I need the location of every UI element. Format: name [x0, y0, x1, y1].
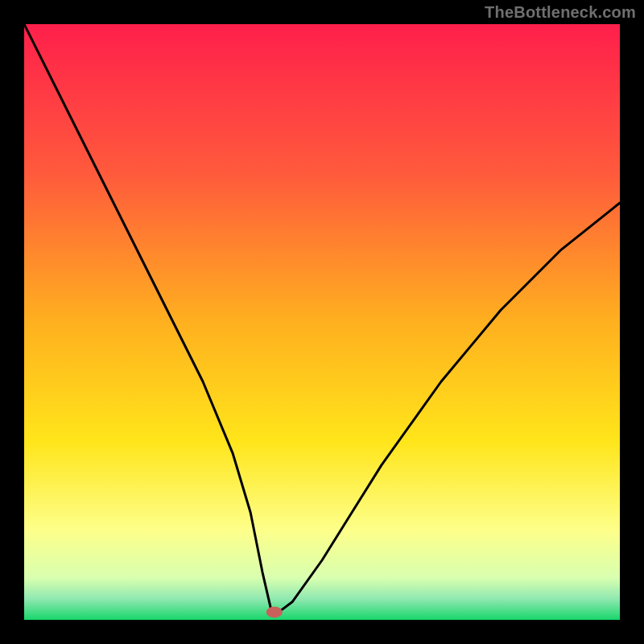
chart-svg: [24, 24, 620, 620]
gradient-background: [24, 24, 620, 620]
watermark-text: TheBottleneck.com: [485, 3, 636, 22]
plot-area: [24, 24, 620, 620]
chart-frame: TheBottleneck.com: [0, 0, 644, 644]
optimum-marker: [266, 606, 283, 617]
